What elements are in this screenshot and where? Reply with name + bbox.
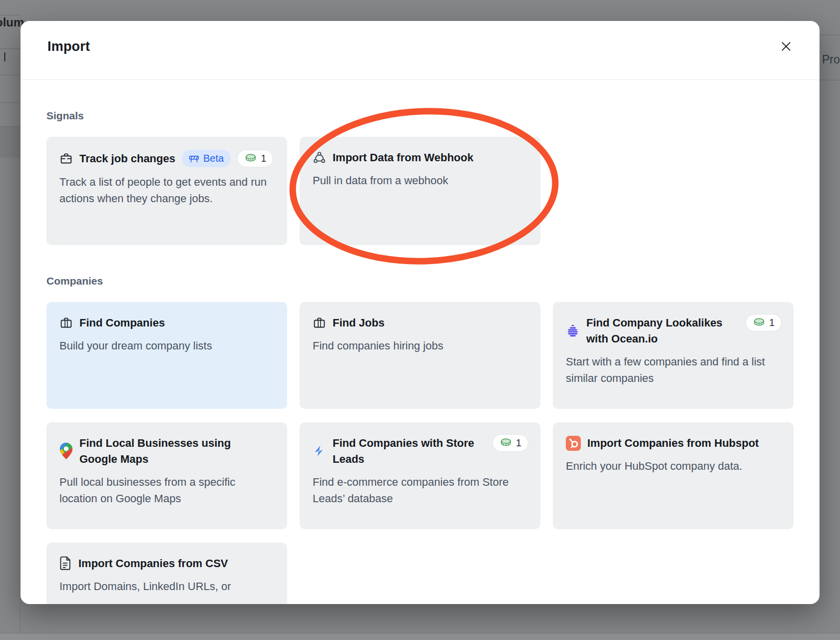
credit-badge: 1 bbox=[492, 434, 528, 452]
briefcase-icon bbox=[313, 316, 326, 329]
companies-grid: Find Companies Build your dream company … bbox=[46, 302, 794, 604]
credit-count: 1 bbox=[261, 153, 266, 164]
backdrop-column-header-right: Prot bbox=[822, 53, 840, 66]
close-icon bbox=[780, 40, 792, 52]
card-title: Import Data from Webhook bbox=[333, 150, 473, 166]
barrier-icon bbox=[189, 154, 199, 163]
backdrop-row-line-right bbox=[820, 80, 840, 80]
card-title: Find Company Lookalikes with Ocean.io bbox=[586, 315, 729, 347]
modal-body: Signals Track job changes bbox=[20, 110, 820, 604]
import-modal: Import Signals Track job bbox=[20, 21, 820, 604]
card-import-companies-from-hubspot[interactable]: Import Companies from Hubspot Enrich you… bbox=[553, 422, 794, 529]
card-description: Build your dream company lists bbox=[59, 337, 274, 354]
card-description: Pull local businesses from a specific lo… bbox=[59, 474, 274, 507]
hubspot-logo bbox=[566, 436, 581, 451]
card-find-local-businesses-google-maps[interactable]: Find Local Businesses using Google Maps … bbox=[46, 422, 287, 529]
backdrop-row-line bbox=[0, 75, 20, 75]
card-description: Track a list of people to get events and… bbox=[59, 174, 274, 207]
card-track-job-changes[interactable]: Track job changes Beta bbox=[46, 137, 287, 245]
card-title: Find Companies bbox=[79, 315, 165, 331]
credit-count: 1 bbox=[516, 437, 521, 449]
backdrop-line bbox=[0, 15, 20, 15]
card-title: Import Companies from CSV bbox=[78, 556, 228, 572]
card-title: Find Companies with Store Leads bbox=[333, 435, 475, 467]
backdrop-row-line-right bbox=[820, 35, 840, 35]
card-description: Find e-commerce companies from Store Lea… bbox=[313, 474, 527, 507]
card-find-companies[interactable]: Find Companies Build your dream company … bbox=[46, 302, 287, 409]
credit-badge: 1 bbox=[746, 314, 782, 331]
modal-header: Import bbox=[20, 21, 820, 80]
screen: { "backdrop": { "table_header_left": "ol… bbox=[0, 0, 840, 640]
csv-file-icon bbox=[59, 556, 72, 571]
card-description: Start with a few companies and find a li… bbox=[566, 353, 781, 386]
close-button[interactable] bbox=[778, 38, 795, 55]
card-import-data-from-webhook[interactable]: Import Data from Webhook Pull in data fr… bbox=[300, 137, 540, 245]
card-title: Import Companies from Hubspot bbox=[587, 435, 759, 451]
briefcase-icon bbox=[59, 316, 73, 329]
store-leads-logo bbox=[313, 444, 326, 458]
card-title: Find Jobs bbox=[333, 315, 385, 331]
ocean-logo bbox=[566, 324, 580, 338]
beta-label: Beta bbox=[203, 153, 224, 164]
card-find-companies-store-leads[interactable]: Find Companies with Store Leads 1 Find e… bbox=[300, 422, 540, 529]
card-title: Find Local Businesses using Google Maps bbox=[79, 435, 237, 467]
grid-spacer bbox=[553, 137, 794, 245]
backdrop-selected-row bbox=[0, 127, 20, 158]
signals-grid: Track job changes Beta bbox=[46, 137, 794, 245]
card-description: Import Domains, LinkedIn URLs, or bbox=[59, 578, 274, 595]
coin-icon bbox=[499, 437, 512, 449]
backdrop-row-line bbox=[0, 102, 20, 103]
google-maps-pin-icon bbox=[59, 442, 73, 460]
beta-badge: Beta bbox=[182, 150, 231, 167]
backdrop-row-line bbox=[0, 48, 20, 49]
coin-icon bbox=[753, 317, 766, 328]
backdrop-table-cell: l bbox=[3, 51, 6, 64]
card-description: Pull in data from a webhook bbox=[313, 172, 527, 189]
card-title: Track job changes bbox=[79, 151, 175, 167]
credit-count: 1 bbox=[769, 317, 775, 328]
card-find-jobs[interactable]: Find Jobs Find companies hiring jobs bbox=[300, 302, 540, 409]
card-import-companies-from-csv[interactable]: Import Companies from CSV Import Domains… bbox=[46, 543, 287, 604]
credit-badge: 1 bbox=[237, 150, 273, 167]
backdrop-bottom-bar bbox=[0, 634, 840, 640]
modal-title: Import bbox=[47, 39, 793, 54]
webhook-icon bbox=[313, 151, 326, 164]
briefcase-icon bbox=[59, 152, 73, 165]
card-description: Enrich your HubSpot company data. bbox=[566, 458, 781, 474]
card-find-company-lookalikes-ocean[interactable]: Find Company Lookalikes with Ocean.io 1 … bbox=[553, 302, 794, 409]
coin-icon bbox=[244, 153, 257, 164]
card-description: Find companies hiring jobs bbox=[313, 337, 527, 354]
section-label-signals: Signals bbox=[46, 110, 794, 122]
section-label-companies: Companies bbox=[46, 275, 794, 287]
